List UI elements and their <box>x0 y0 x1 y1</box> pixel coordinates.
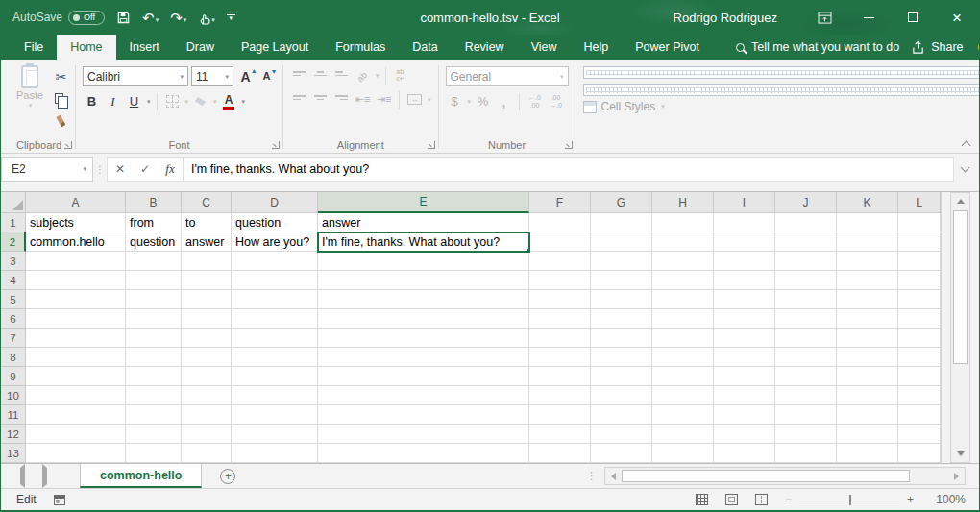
cell-K10[interactable] <box>837 386 898 405</box>
cell-E8[interactable] <box>318 348 529 367</box>
enter-entry-button[interactable]: ✓ <box>133 162 158 176</box>
cell-B2[interactable]: question <box>126 232 182 252</box>
cell-A12[interactable] <box>26 425 126 444</box>
name-box[interactable]: E2 ▾ <box>1 157 93 182</box>
format-painter-button[interactable] <box>52 111 70 130</box>
tab-formulas[interactable]: Formulas <box>322 35 399 60</box>
row-header-7[interactable]: 7 <box>1 329 26 348</box>
cell-L6[interactable] <box>898 309 941 329</box>
cell-F7[interactable] <box>529 329 591 348</box>
zoom-out-button[interactable]: − <box>785 493 792 506</box>
cell-C11[interactable] <box>182 405 232 425</box>
accounting-format-button[interactable]: $ <box>446 92 464 110</box>
cell-B8[interactable] <box>126 348 182 367</box>
clipboard-dialog-launcher[interactable] <box>64 141 72 149</box>
comma-style-button[interactable]: , <box>495 92 513 110</box>
cell-I3[interactable] <box>714 252 775 271</box>
cell-B1[interactable]: from <box>126 213 182 232</box>
fill-handle[interactable] <box>526 248 529 252</box>
underline-dropdown-icon[interactable]: ▾ <box>147 98 151 106</box>
cell-J6[interactable] <box>775 309 837 329</box>
cell-B9[interactable] <box>126 367 182 386</box>
cell-H7[interactable] <box>652 329 714 348</box>
tab-view[interactable]: View <box>518 35 571 60</box>
cell-B12[interactable] <box>126 425 182 444</box>
cell-F5[interactable] <box>529 290 591 309</box>
zoom-level[interactable]: 100% <box>931 493 966 506</box>
cell-I7[interactable] <box>714 329 775 348</box>
sheet-tab-common-hello[interactable]: common-hello <box>80 464 202 488</box>
horizontal-scrollbar-thumb[interactable] <box>622 470 910 482</box>
cell-I5[interactable] <box>714 290 775 309</box>
cell-E13[interactable] <box>318 444 529 463</box>
cell-G10[interactable] <box>591 386 652 405</box>
merge-center-button[interactable]: ↔ <box>405 90 424 109</box>
cell-H6[interactable] <box>652 309 714 329</box>
cell-J5[interactable] <box>775 290 837 309</box>
cell-L13[interactable] <box>898 444 941 463</box>
cell-D3[interactable] <box>232 252 318 271</box>
cell-E6[interactable] <box>318 309 529 329</box>
cell-F10[interactable] <box>529 386 591 405</box>
tab-insert[interactable]: Insert <box>116 35 173 60</box>
cell-H1[interactable] <box>652 213 714 232</box>
cell-styles-button[interactable]: Cell Styles ▾ <box>583 100 980 113</box>
cell-L2[interactable] <box>898 232 941 252</box>
cell-C8[interactable] <box>182 348 232 367</box>
conditional-formatting-button[interactable]: Conditional Formatting ▾ <box>583 65 980 79</box>
cell-L9[interactable] <box>898 367 941 386</box>
cell-H11[interactable] <box>652 405 714 425</box>
column-header-J[interactable]: J <box>775 192 837 213</box>
cell-D4[interactable] <box>232 271 318 290</box>
cell-J7[interactable] <box>775 329 837 348</box>
cell-F8[interactable] <box>529 348 591 367</box>
column-header-C[interactable]: C <box>182 192 232 213</box>
cell-E2[interactable]: I'm fine, thanks. What about you? <box>318 232 529 252</box>
cell-K6[interactable] <box>837 309 898 329</box>
cell-E10[interactable] <box>318 386 529 405</box>
cell-F9[interactable] <box>529 367 591 386</box>
macro-recording-button[interactable] <box>54 495 65 505</box>
cell-K4[interactable] <box>837 271 898 290</box>
cell-B5[interactable] <box>126 290 182 309</box>
cell-B7[interactable] <box>126 329 182 348</box>
redo-button[interactable]: ↷▾ <box>170 11 186 25</box>
cell-G12[interactable] <box>591 425 652 444</box>
cell-E4[interactable] <box>318 271 529 290</box>
cell-K5[interactable] <box>837 290 898 309</box>
increase-decimal-button[interactable]: ←.0.00 <box>526 92 544 110</box>
cell-C4[interactable] <box>182 271 232 290</box>
cell-C3[interactable] <box>182 252 232 271</box>
formula-bar-drag-handle[interactable]: ⋮ <box>93 157 107 182</box>
touch-mode-dropdown-icon[interactable]: ▾ <box>211 16 215 25</box>
scroll-left-button[interactable] <box>605 468 622 484</box>
cell-D8[interactable] <box>232 348 318 367</box>
row-header-12[interactable]: 12 <box>1 425 26 444</box>
cell-I9[interactable] <box>714 367 775 386</box>
column-header-L[interactable]: L <box>898 192 941 213</box>
cell-D12[interactable] <box>232 425 318 444</box>
row-header-8[interactable]: 8 <box>1 348 26 367</box>
cell-I2[interactable] <box>714 232 775 252</box>
alignment-dialog-launcher[interactable] <box>428 141 435 149</box>
row-header-10[interactable]: 10 <box>1 386 26 405</box>
cell-K11[interactable] <box>837 405 898 425</box>
cell-D10[interactable] <box>232 386 318 405</box>
decrease-decimal-button[interactable]: .00→.0 <box>547 92 565 110</box>
previous-sheet-button[interactable] <box>20 468 25 485</box>
cell-E9[interactable] <box>318 367 529 386</box>
customize-qat-button[interactable]: ▾ <box>227 14 235 20</box>
cell-G7[interactable] <box>591 329 652 348</box>
cell-H12[interactable] <box>652 425 714 444</box>
cell-L12[interactable] <box>898 425 941 444</box>
font-family-select[interactable]: Calibri▾ <box>83 66 188 86</box>
collapse-ribbon-button[interactable] <box>962 139 969 147</box>
cell-H3[interactable] <box>652 252 714 271</box>
cell-C2[interactable]: answer <box>182 232 232 252</box>
cell-F12[interactable] <box>529 425 591 444</box>
cell-L4[interactable] <box>898 271 941 290</box>
align-center-button[interactable] <box>311 90 330 109</box>
cell-L11[interactable] <box>898 405 941 425</box>
cancel-entry-button[interactable]: ✕ <box>108 162 133 176</box>
close-button[interactable]: × <box>935 0 979 35</box>
